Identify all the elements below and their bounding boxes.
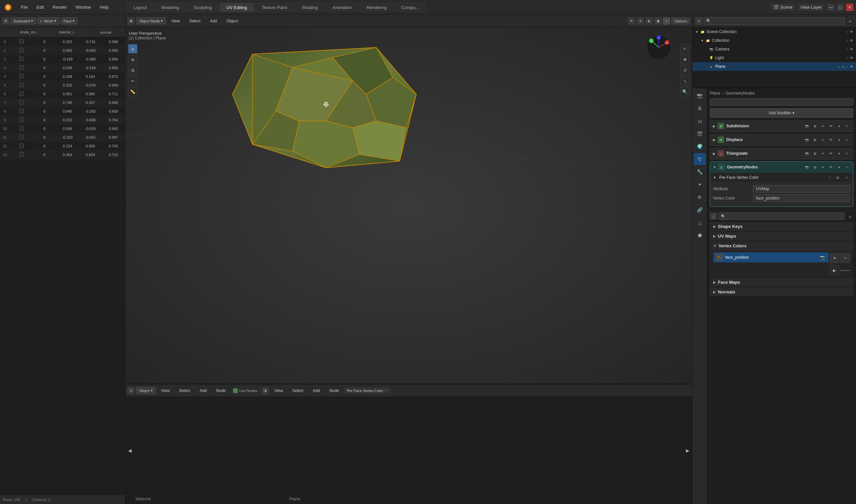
displace-expand-icon[interactable]: ▾ — [836, 137, 842, 143]
tri-render-btn[interactable]: ⊞ — [812, 150, 818, 157]
prop-constraints-icon-btn[interactable]: 🔗 — [694, 204, 706, 216]
node-select2-menu[interactable]: Select — [288, 387, 307, 394]
prop-physics-icon-btn[interactable]: ⚙ — [694, 191, 706, 203]
viewport-select-menu[interactable]: Select — [185, 17, 204, 25]
properties-search[interactable] — [710, 98, 853, 106]
viewport-canvas[interactable]: User Perspective (1) Collection | Plane … — [125, 28, 692, 384]
menu-render[interactable]: Render — [49, 3, 71, 11]
viewport-camera-icon[interactable]: 👁 — [628, 17, 635, 25]
outliner-search[interactable]: 🔍 — [704, 17, 845, 25]
geonodes-render-btn[interactable]: ⊞ — [812, 164, 818, 170]
geonodes-camera-btn[interactable]: 📷 — [803, 164, 810, 170]
vertex-color-value[interactable]: face_position — [753, 195, 850, 202]
geonodes-edit-btn[interactable]: ✏ — [820, 164, 826, 170]
node-select-menu[interactable]: Select — [175, 387, 194, 394]
close-btn[interactable]: ✕ — [846, 4, 853, 11]
menu-file[interactable]: File — [17, 3, 32, 11]
minimize-btn[interactable]: — — [827, 4, 835, 11]
viewport-tool-rotate[interactable]: ↺ — [680, 66, 690, 75]
spreadsheet-type-icon[interactable]: ⊞ — [2, 17, 10, 25]
geonodes-expand-btn[interactable]: ▼ — [713, 165, 716, 169]
tri-edit-btn[interactable]: ✏ — [820, 150, 826, 157]
attribute-value[interactable]: UVMap — [753, 185, 850, 193]
viewport-zoom-btn[interactable]: 🔍 — [680, 87, 690, 96]
prop-view-layer-icon-btn[interactable]: 🗂 — [694, 115, 706, 127]
viewport-shading-material-btn[interactable]: ◐ — [645, 17, 653, 25]
vertex-colors-header[interactable]: ▼ Vertex Colors — [710, 241, 853, 250]
prop-render-icon-btn[interactable]: 📷 — [694, 90, 706, 102]
uv-maps-header[interactable]: ▶ UV Maps — [710, 232, 853, 241]
obj-data-search[interactable]: 🔍 — [718, 213, 845, 220]
prop-world-icon-btn[interactable]: 🌍 — [694, 140, 706, 152]
outliner-light[interactable]: 💡 Light ✓ 👁 — [693, 53, 856, 62]
vc-remove-button[interactable]: − — [841, 253, 850, 263]
viewport-tool-scale[interactable]: ⤡ — [680, 76, 690, 86]
mod-close-btn[interactable]: ✕ — [844, 123, 850, 129]
viewport-cursor-tool[interactable]: ⊕ — [128, 55, 138, 64]
prop-object-icon-btn[interactable]: ▽ — [694, 153, 706, 165]
viewport-select-tool[interactable]: ◈ — [128, 44, 138, 53]
per-face-copy-btn[interactable]: ⊞ — [834, 174, 841, 181]
mesh-dropdown[interactable]: ▷ Mesh ▾ — [37, 17, 59, 24]
object-mode-dropdown[interactable]: Object Mode ▾ — [136, 17, 166, 24]
viewport-view-menu[interactable]: View — [167, 17, 184, 25]
tab-compositing[interactable]: Compo... — [394, 3, 426, 12]
modifier-expand-btn[interactable]: ▶ — [713, 124, 716, 128]
maximize-btn[interactable]: □ — [837, 4, 844, 11]
material-name-btn[interactable]: Per Face Vertex Color ✓ — [344, 388, 390, 394]
displace-close-btn[interactable]: ✕ — [844, 137, 850, 143]
per-face-close-btn[interactable]: ✕ — [844, 174, 850, 181]
menu-help[interactable]: Help — [96, 3, 113, 11]
viewport-tool-move[interactable]: ✥ — [680, 55, 690, 64]
tab-sculpting[interactable]: Sculpting — [187, 3, 219, 12]
prop-particles-icon-btn[interactable]: ✦ — [694, 179, 706, 191]
prop-output-icon-btn[interactable]: 🖥 — [694, 102, 706, 114]
menu-window[interactable]: Window — [72, 3, 95, 11]
tab-animation[interactable]: Animation — [325, 3, 359, 12]
vc-add-button[interactable]: + — [830, 253, 839, 263]
viewport-move-tool[interactable]: ⊞ — [128, 66, 138, 75]
tab-shading[interactable]: Shading — [295, 3, 325, 12]
prop-material-icon-btn[interactable]: ⬟ — [694, 229, 706, 241]
node-type-icon[interactable]: ◎ — [127, 387, 135, 394]
displace-edit-btn[interactable]: ✏ — [820, 137, 826, 143]
tri-close-btn[interactable]: ✕ — [844, 150, 850, 157]
viewport-shading-solid-btn[interactable]: ● — [637, 17, 644, 25]
use-nodes-toggle[interactable]: Use Nodes — [233, 389, 257, 393]
displace-expand-btn[interactable]: ▶ — [713, 138, 716, 142]
mod-expand-icon[interactable]: ▾ — [836, 123, 842, 129]
viewport-shading-rendered-btn[interactable]: ◑ — [654, 17, 661, 25]
obj-data-icon[interactable]: △ — [710, 213, 717, 220]
mod-render-btn[interactable]: ⊞ — [812, 123, 818, 129]
mod-view-btn[interactable]: 👁 — [827, 123, 834, 129]
node-expand-right-btn[interactable]: ▶ — [686, 448, 690, 453]
triangulate-expand-btn[interactable]: ▶ — [713, 152, 716, 156]
node-editor-type2-icon[interactable]: ◑ — [262, 387, 269, 394]
outliner-plane[interactable]: ▲ Plane ◎ ⊞ ✓ 👁 — [693, 62, 856, 71]
vc-play-btn[interactable]: ▶ — [830, 266, 839, 275]
geonodes-close-btn[interactable]: ✕ — [844, 164, 850, 170]
node-add-menu[interactable]: Add — [196, 387, 211, 394]
options-dropdown[interactable]: Options — [672, 18, 690, 24]
displace-camera-btn[interactable]: 📷 — [803, 137, 810, 143]
node-view-menu[interactable]: View — [157, 387, 174, 394]
evaluated-dropdown[interactable]: Evaluated ▾ — [11, 17, 36, 24]
tab-layout[interactable]: Layout — [127, 3, 154, 12]
viewport-add-menu[interactable]: Add — [206, 17, 221, 25]
displace-render-btn[interactable]: ⊞ — [812, 137, 818, 143]
prop-object-data-icon-btn[interactable]: △ — [694, 217, 706, 229]
tab-uv-editing[interactable]: UV Editing — [219, 3, 254, 12]
prop-modifier-icon-btn[interactable]: 🔧 — [694, 166, 706, 178]
tri-expand-icon[interactable]: ▾ — [836, 150, 842, 157]
mod-edit-btn[interactable]: ✏ — [820, 123, 826, 129]
tab-rendering[interactable]: Rendering — [359, 3, 394, 12]
outliner-type-icon[interactable]: ≡ — [695, 17, 702, 25]
tri-view-btn[interactable]: 👁 — [827, 150, 834, 157]
node-canvas[interactable]: Vertex Color Color Alpha ▷ face_pos... T… — [125, 397, 692, 504]
normals-header[interactable]: ▶ Normals — [710, 287, 853, 296]
shape-keys-header[interactable]: ▶ Shape Keys — [710, 222, 853, 231]
tab-texture-paint[interactable]: Texture Paint — [255, 3, 294, 12]
vc-camera-btn[interactable]: 📷 — [819, 254, 826, 261]
outliner-collection[interactable]: ▼ 📁 Collection ✓ 👁 — [693, 36, 856, 45]
menu-edit[interactable]: Edit — [32, 3, 48, 11]
